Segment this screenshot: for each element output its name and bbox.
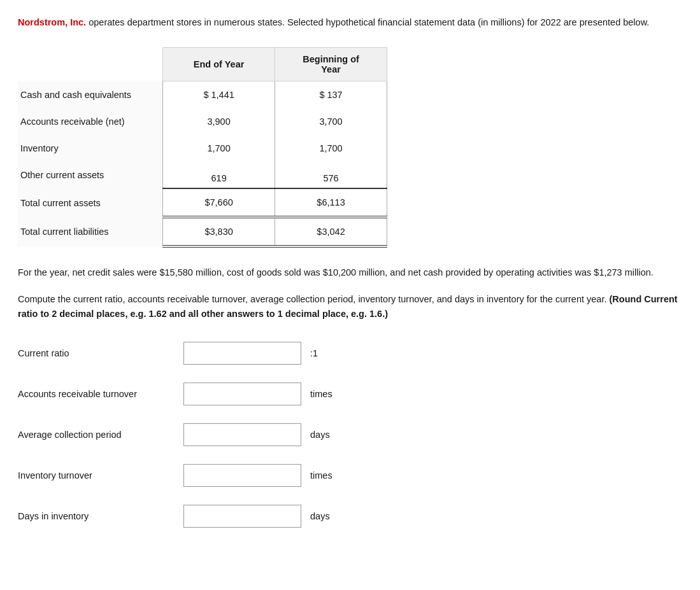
row-end-value: $ 1,441 — [163, 81, 275, 109]
table-row: Other current assets619576 — [18, 162, 387, 188]
input-row: Current ratio:1 — [18, 342, 682, 365]
row-label: Inventory — [18, 135, 163, 162]
note-paragraph: For the year, net credit sales were $15,… — [18, 265, 682, 280]
table-row: Accounts receivable (net)3,9003,700 — [18, 108, 387, 135]
row-begin-value: $3,042 — [275, 217, 387, 246]
row-label: Other current assets — [18, 162, 163, 188]
input-field[interactable] — [183, 383, 301, 405]
financial-table: End of Year Beginning ofYear Cash and ca… — [18, 47, 387, 248]
row-label: Accounts receivable (net) — [18, 108, 163, 135]
instruction-text-before: Compute the current ratio, accounts rece… — [18, 294, 610, 304]
intro-description: operates department stores in numerous s… — [86, 17, 649, 27]
input-field[interactable] — [183, 423, 301, 446]
input-section: Current ratio:1Accounts receivable turno… — [18, 342, 682, 528]
input-row: Average collection perioddays — [18, 423, 682, 446]
input-label: Current ratio — [18, 348, 183, 358]
row-end-value: 3,900 — [163, 108, 275, 135]
row-end-value: 619 — [163, 162, 275, 188]
input-label: Days in inventory — [18, 511, 183, 521]
row-end-value: $7,660 — [163, 188, 275, 217]
row-label: Cash and cash equivalents — [18, 81, 163, 109]
intro-paragraph: Nordstrom, Inc. operates department stor… — [18, 15, 682, 29]
table-row: Total current assets$7,660$6,113 — [18, 188, 387, 217]
row-begin-value: 576 — [275, 162, 387, 188]
row-begin-value: 1,700 — [275, 135, 387, 162]
row-begin-value: $ 137 — [275, 81, 387, 109]
input-unit: times — [310, 470, 332, 481]
input-label: Accounts receivable turnover — [18, 389, 183, 399]
company-name: Nordstrom, Inc. — [18, 17, 86, 27]
instruction-paragraph: Compute the current ratio, accounts rece… — [18, 292, 682, 321]
input-row: Days in inventorydays — [18, 505, 682, 528]
input-unit: times — [310, 389, 332, 399]
input-unit: days — [310, 430, 330, 440]
row-end-value: 1,700 — [163, 135, 275, 162]
input-field[interactable] — [183, 505, 301, 528]
input-field[interactable] — [183, 464, 301, 487]
input-row: Inventory turnovertimes — [18, 464, 682, 487]
input-unit: days — [310, 511, 330, 521]
input-unit: :1 — [310, 348, 318, 358]
input-row: Accounts receivable turnovertimes — [18, 383, 682, 405]
table-row: Cash and cash equivalents$ 1,441$ 137 — [18, 81, 387, 109]
table-row: Inventory1,7001,700 — [18, 135, 387, 162]
input-label: Average collection period — [18, 430, 183, 440]
row-begin-value: 3,700 — [275, 108, 387, 135]
col-header-empty — [18, 48, 163, 81]
row-end-value: $3,830 — [163, 217, 275, 246]
col-header-end: End of Year — [163, 48, 275, 81]
row-label: Total current assets — [18, 188, 163, 217]
row-begin-value: $6,113 — [275, 188, 387, 217]
row-label: Total current liabilities — [18, 217, 163, 246]
input-field[interactable] — [183, 342, 301, 365]
input-label: Inventory turnover — [18, 470, 183, 481]
table-row: Total current liabilities$3,830$3,042 — [18, 217, 387, 246]
col-header-begin: Beginning ofYear — [275, 48, 387, 81]
